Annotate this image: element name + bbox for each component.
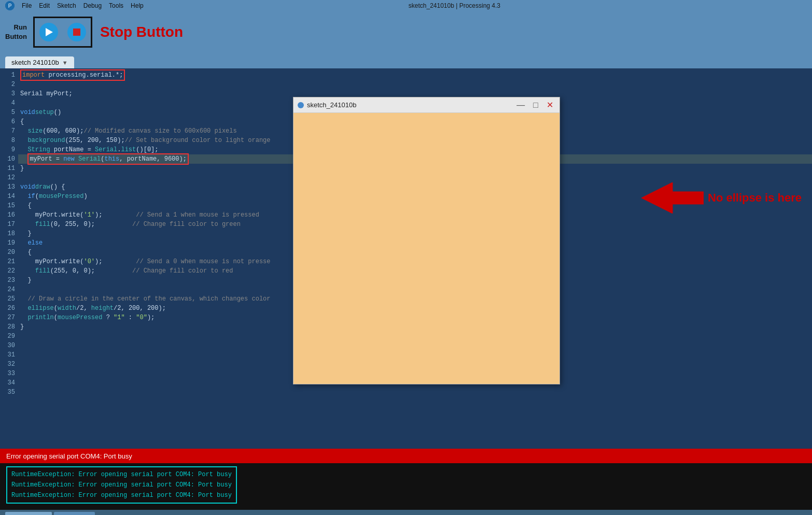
tab-sketch[interactable]: sketch 241010b ▼ [5,56,74,68]
run-button[interactable] [35,18,63,46]
console-tab-console[interactable]: ▶ Console [5,512,52,516]
line-number-31: 31 [0,350,18,360]
line-number-28: 28 [0,322,18,332]
line-number-27: 27 [0,313,18,322]
menu-tools[interactable]: Tools [109,2,123,9]
preview-dot [298,102,304,108]
line-number-14: 14 [0,192,18,201]
code-line-35 [18,388,812,397]
line-number-2: 2 [0,80,18,89]
menu-debug[interactable]: Debug [83,2,102,9]
line-number-15: 15 [0,201,18,210]
preview-window: sketch_241010b — □ ✕ [293,97,560,384]
line-numbers: 1234567891011121314151617181920212223242… [0,68,18,449]
menu-sketch[interactable]: Sketch [57,2,76,9]
tab-arrow-icon: ▼ [62,60,68,66]
preview-titlebar: sketch_241010b — □ ✕ [293,97,559,113]
preview-minimize[interactable]: — [514,100,527,110]
line-number-33: 33 [0,369,18,378]
app-logo: P [5,1,15,10]
stop-button[interactable] [63,18,91,46]
line-number-12: 12 [0,173,18,182]
line-number-23: 23 [0,276,18,285]
menu-edit[interactable]: Edit [39,2,50,9]
line-number-22: 22 [0,266,18,276]
tab-label: sketch 241010b [11,59,59,66]
preview-canvas [293,113,559,384]
line-number-5: 5 [0,108,18,117]
line-number-13: 13 [0,182,18,192]
console-line-2: RuntimeException: Error opening serial p… [11,480,232,490]
window-title: sketch_241010b | Processing 4.3 [409,2,500,9]
console-line-3: RuntimeException: Error opening serial p… [11,490,232,500]
stop-icon [67,23,86,41]
preview-maximize[interactable]: □ [531,100,540,110]
preview-close[interactable]: ✕ [544,100,555,110]
error-bar: Error opening serial port COM4: Port bus… [0,449,812,463]
line-number-32: 32 [0,360,18,369]
line-number-29: 29 [0,332,18,341]
run-label: Run [14,23,27,32]
line-number-11: 11 [0,164,18,173]
line-number-6: 6 [0,117,18,126]
console-line-1: RuntimeException: Error opening serial p… [11,469,232,480]
titlebar: P File Edit Sketch Debug Tools Help sket… [0,0,812,11]
preview-title: sketch_241010b [307,101,356,109]
line-number-30: 30 [0,341,18,350]
code-line-1: import processing.serial.*; [18,70,812,80]
code-line-2 [18,80,812,89]
line-number-24: 24 [0,285,18,294]
editor-area: 1234567891011121314151617181920212223242… [0,68,812,449]
line-number-34: 34 [0,378,18,388]
toolbar: Run Button Stop Button [0,11,812,53]
stop-button-label: Stop Button [100,24,183,40]
line-number-25: 25 [0,294,18,304]
console-tab-errors[interactable]: ⚠ Errors [54,512,95,516]
line-number-9: 9 [0,145,18,154]
console-area: RuntimeException: Error opening serial p… [0,463,812,510]
line-number-18: 18 [0,229,18,238]
line-number-1: 1 [0,70,18,80]
run-stop-group [33,17,92,48]
preview-controls: — □ ✕ [514,100,555,110]
button-label: Button [5,32,27,41]
line-number-4: 4 [0,98,18,108]
line-number-16: 16 [0,210,18,220]
line-number-19: 19 [0,238,18,248]
annotation: No ellipse is here [641,182,802,213]
line-number-8: 8 [0,136,18,145]
line-number-3: 3 [0,89,18,98]
arrow-icon [641,182,704,213]
line-number-20: 20 [0,248,18,257]
svg-marker-2 [641,182,704,213]
console-tabs: ▶ Console ⚠ Errors [0,510,812,515]
error-message: Error opening serial port COM4: Port bus… [6,452,132,460]
line-number-17: 17 [0,220,18,229]
line-number-7: 7 [0,126,18,136]
menu-help[interactable]: Help [131,2,144,9]
annotation-text: No ellipse is here [708,191,802,205]
menu-bar: File Edit Sketch Debug Tools Help [22,2,144,9]
run-icon [39,23,58,41]
svg-text:P: P [8,3,12,9]
line-number-26: 26 [0,304,18,313]
tabs-bar: sketch 241010b ▼ [0,53,812,68]
menu-file[interactable]: File [22,2,32,9]
line-number-35: 35 [0,388,18,397]
line-number-10: 10 [0,154,18,164]
line-number-21: 21 [0,257,18,266]
